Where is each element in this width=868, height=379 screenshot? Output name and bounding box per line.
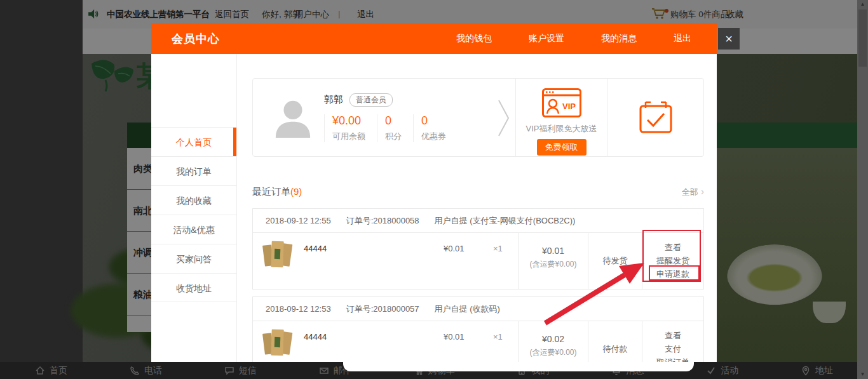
nav-my-messages[interactable]: 我的消息 [601, 33, 637, 44]
modal-nav: 我的钱包 账户设置 我的消息 退出 [456, 33, 691, 44]
avatar [273, 96, 313, 138]
modal-content: 郭郭 普通会员 ¥0.00 可用余额 0 积分 [237, 54, 717, 362]
modal-close-button[interactable]: × [718, 28, 740, 50]
product-thumbnail[interactable] [263, 328, 292, 357]
modal-header: 会员中心 我的钱包 账户设置 我的消息 退出 [151, 23, 717, 54]
order-product-column: 44444 ¥0.01 ×1 [253, 233, 518, 289]
orders-count: (9) [290, 186, 302, 197]
product-name[interactable]: 44444 [304, 244, 327, 253]
view-all-link[interactable]: 全部› [682, 186, 704, 198]
order-total-column: ¥0.01 (含运费¥0.00) [518, 233, 588, 289]
order-header: 2018-09-12 12:53 订单号:2018000057 用户自提 (收款… [253, 297, 703, 321]
sidebar-item-buyer-qa[interactable]: 买家问答 [151, 244, 236, 273]
order-number: 订单号:2018000058 [346, 209, 419, 232]
checkin-section [607, 79, 703, 156]
product-price: ¥0.01 [444, 244, 465, 253]
product-name[interactable]: 44444 [304, 332, 327, 342]
product-qty: ×1 [493, 332, 503, 342]
order-datetime: 2018-09-12 12:53 [266, 297, 331, 321]
vip-promo-section: VIP VIP福利限免大放送 免费领取 [516, 79, 607, 156]
screen: 中国农业线上营销第一平台 返回首页 你好, 郭郭 用户中心 | 退出 购物车 0… [0, 0, 868, 379]
order-actions: 查看 支付 取消订单 [642, 321, 703, 362]
stat-coupons[interactable]: 0 优惠券 [413, 114, 458, 142]
modal-bottom-edge [343, 361, 694, 371]
user-summary-panel: 郭郭 普通会员 ¥0.00 可用余额 0 积分 [252, 78, 704, 157]
user-stats: ¥0.00 可用余额 0 积分 0 优惠券 [324, 114, 458, 142]
stat-balance[interactable]: ¥0.00 可用余额 [324, 114, 377, 142]
order-datetime: 2018-09-12 12:55 [266, 209, 331, 232]
chevron-right-icon: › [701, 186, 704, 197]
user-name: 郭郭 [324, 94, 343, 106]
order-product-column: 44444 ¥0.01 ×1 [253, 321, 518, 362]
modal-title: 会员中心 [172, 31, 220, 46]
sidebar-item-shipping-address[interactable]: 收货地址 [151, 273, 236, 302]
order-card: 2018-09-12 12:55 订单号:2018000058 用户自提 (支付… [252, 208, 704, 289]
order-delivery: 用户自提 (支付宝-网银支付(BOCB2C)) [435, 209, 576, 232]
product-thumbnail[interactable] [263, 239, 292, 269]
order-header: 2018-09-12 12:55 订单号:2018000058 用户自提 (支付… [253, 209, 703, 233]
order-actions: 查看 提醒发货 申请退款 [642, 233, 703, 289]
vip-promo-text: VIP福利限免大放送 [526, 123, 597, 135]
user-info: 郭郭 普通会员 ¥0.00 可用余额 0 积分 [324, 93, 458, 142]
user-info-section: 郭郭 普通会员 ¥0.00 可用余额 0 积分 [253, 79, 516, 156]
order-total: ¥0.02 [519, 334, 588, 344]
order-status: 待发货 [588, 233, 642, 289]
order-delivery: 用户自提 (收款码) [435, 297, 500, 321]
order-card: 2018-09-12 12:53 订单号:2018000057 用户自提 (收款… [252, 296, 704, 362]
chevron-right-icon[interactable] [498, 98, 510, 138]
modal-body: 个人首页 我的订单 我的收藏 活动&优惠 买家问答 收货地址 [151, 54, 717, 362]
membership-badge: 普通会员 [349, 93, 393, 107]
svg-text:VIP: VIP [562, 102, 576, 111]
action-request-refund[interactable]: 申请退款 [642, 267, 703, 281]
vip-icon: VIP [542, 88, 581, 117]
stat-points[interactable]: 0 积分 [377, 114, 413, 142]
action-cancel-order[interactable]: 取消订单 [642, 356, 703, 362]
order-shipping: (含运费¥0.00) [519, 259, 588, 270]
nav-my-wallet[interactable]: 我的钱包 [456, 33, 492, 44]
sidebar-item-my-favorites[interactable]: 我的收藏 [151, 185, 236, 215]
member-center-modal: 会员中心 我的钱包 账户设置 我的消息 退出 个人首页 我的订单 我的收藏 活动… [151, 23, 717, 362]
order-total-column: ¥0.02 (含运费¥0.00) [518, 321, 588, 362]
action-remind-shipment[interactable]: 提醒发货 [642, 254, 703, 267]
order-number: 订单号:2018000057 [346, 297, 419, 321]
nav-logout[interactable]: 退出 [674, 33, 691, 44]
recent-orders-header: 最近订单(9) 全部› [252, 186, 704, 198]
free-claim-button[interactable]: 免费领取 [537, 139, 587, 156]
order-total: ¥0.01 [519, 246, 588, 256]
action-view[interactable]: 查看 [642, 329, 703, 342]
order-status: 待付款 [588, 321, 642, 362]
order-body: 44444 ¥0.01 ×1 ¥0.02 (含运费¥0.00) 待付款 查看 支… [253, 321, 703, 362]
product-qty: ×1 [493, 244, 503, 253]
action-pay[interactable]: 支付 [642, 342, 703, 356]
calendar-check-icon[interactable] [639, 100, 673, 135]
order-shipping: (含运费¥0.00) [519, 347, 588, 358]
modal-sidebar: 个人首页 我的订单 我的收藏 活动&优惠 买家问答 收货地址 [151, 54, 237, 362]
sidebar-item-promotions[interactable]: 活动&优惠 [151, 215, 236, 244]
sidebar-item-my-orders[interactable]: 我的订单 [151, 156, 236, 185]
product-price: ¥0.01 [444, 332, 465, 342]
order-body: 44444 ¥0.01 ×1 ¥0.01 (含运费¥0.00) 待发货 查看 提… [253, 233, 703, 289]
recent-orders-title: 最近订单(9) [252, 186, 302, 198]
action-view[interactable]: 查看 [642, 241, 703, 254]
sidebar-item-personal-home[interactable]: 个人首页 [151, 127, 236, 156]
nav-account-settings[interactable]: 账户设置 [529, 33, 564, 44]
